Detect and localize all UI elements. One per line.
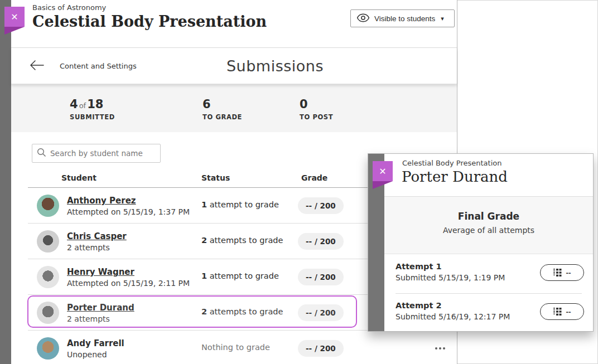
status-cell: Nothing to grade (201, 343, 270, 352)
stat-submitted: 4of18 SUBMITTED (70, 98, 115, 121)
back-label[interactable]: Content and Settings (60, 62, 137, 70)
attempt-grade-button[interactable]: -- (540, 303, 584, 320)
student-panel-title: Porter Durand (402, 168, 508, 185)
chevron-down-icon: ▾ (441, 15, 444, 22)
grade-pill[interactable]: -- / 200 (298, 269, 344, 285)
attempts-list: Attempt 1 Submitted 5/15/19, 1:19 PM -- … (384, 254, 593, 331)
student-link[interactable]: Anthony Perez (67, 196, 136, 206)
student-detail: Attempted on 5/15/19, 2:11 PM (67, 279, 190, 288)
column-header-grade: Grade (301, 173, 327, 182)
attempt-submitted: Submitted 5/16/19, 12:17 PM (396, 312, 510, 321)
avatar (37, 302, 59, 324)
divider (396, 293, 582, 294)
close-student-panel-button[interactable]: ✕ (373, 161, 393, 181)
attempt-submitted: Submitted 5/15/19, 1:19 PM (396, 273, 505, 282)
to-post-label: TO POST (300, 113, 333, 121)
status-cell: 2 attempts to grade (201, 236, 283, 245)
panel-header: Basics of Astronomy Celestial Body Prese… (11, 0, 457, 48)
submitted-total: 18 (87, 98, 103, 111)
final-grade-title: Final Grade (384, 211, 593, 222)
submissions-title: Submissions (226, 57, 324, 75)
screen: Basics of Astronomy Celestial Body Prese… (0, 0, 598, 364)
column-header-student: Student (61, 173, 97, 182)
attempt-grade-button[interactable]: -- (540, 264, 584, 281)
final-grade-subtitle: Average of all attempts (384, 226, 593, 235)
visibility-dropdown[interactable]: Visible to students ▾ (350, 9, 455, 27)
page-title: Celestial Body Presentation (32, 13, 267, 30)
grade-pill[interactable]: -- / 200 (298, 233, 344, 250)
eye-icon (356, 13, 370, 24)
attempt-grade-value: -- (566, 269, 571, 277)
student-detail: Unopened (67, 350, 124, 359)
student-name: Andy Farrell (67, 338, 124, 348)
attempt-item[interactable]: Attempt 2 Submitted 5/16/19, 12:17 PM -- (384, 293, 593, 332)
attempt-label: Attempt 2 (396, 301, 441, 310)
search-input[interactable] (50, 149, 156, 158)
status-cell: 2 attempts to grade (201, 307, 283, 316)
stats-bar: 4of18 SUBMITTED 6 TO GRADE 0 TO POST (11, 84, 457, 132)
student-detail: 2 attempts (67, 314, 134, 323)
avatar (37, 230, 59, 253)
avatar (37, 337, 59, 360)
student-detail: 2 attempts (67, 243, 127, 252)
student-link[interactable]: Chris Casper (67, 231, 127, 241)
avatar (37, 195, 59, 217)
visibility-label: Visible to students (374, 14, 435, 23)
search-icon (37, 148, 46, 159)
grade-pill[interactable]: -- / 200 (298, 304, 344, 321)
student-link[interactable]: Porter Durand (67, 303, 134, 313)
avatar (37, 266, 59, 288)
final-grade-section: Final Grade Average of all attempts (384, 197, 593, 254)
student-panel-header: Celestial Body Presentation Porter Duran… (384, 154, 593, 197)
stat-to-post: 0 TO POST (300, 98, 333, 121)
rubric-icon (553, 307, 562, 317)
attempt-grade-value: -- (566, 308, 571, 316)
student-search[interactable] (32, 144, 161, 163)
to-grade-count: 6 (202, 98, 242, 111)
sub-header: Content and Settings Submissions (11, 48, 457, 84)
to-post-count: 0 (300, 98, 333, 111)
submitted-count: 4 (70, 98, 78, 111)
arrow-left-icon (29, 63, 45, 74)
close-icon: ✕ (379, 166, 386, 177)
grade-pill[interactable]: -- / 200 (298, 340, 344, 357)
background-layer-strip (0, 0, 11, 364)
grade-pill[interactable]: -- / 200 (298, 197, 344, 214)
rubric-icon (553, 268, 562, 278)
table-row[interactable]: Andy Farrell Unopened Nothing to grade -… (28, 331, 442, 364)
row-menu-icon[interactable] (433, 345, 447, 352)
status-cell: 1 attempt to grade (201, 200, 279, 209)
column-header-status: Status (201, 173, 230, 182)
back-button[interactable] (29, 59, 45, 74)
submitted-label: SUBMITTED (70, 113, 115, 121)
close-icon: ✕ (11, 12, 18, 22)
to-grade-label: TO GRADE (202, 113, 242, 121)
attempt-label: Attempt 1 (396, 262, 441, 271)
stat-to-grade: 6 TO GRADE (202, 98, 242, 121)
assignment-context-title: Celestial Body Presentation (402, 159, 501, 167)
student-detail-panel: ✕ Celestial Body Presentation Porter Dur… (368, 153, 594, 332)
close-panel-button[interactable]: ✕ (4, 7, 25, 27)
student-link[interactable]: Henry Wagner (67, 267, 134, 277)
status-cell: 1 attempt to grade (201, 271, 279, 280)
attempt-item[interactable]: Attempt 1 Submitted 5/15/19, 1:19 PM -- (384, 254, 593, 293)
course-title: Basics of Astronomy (32, 3, 106, 12)
student-detail: Attempted on 5/15/19, 1:37 PM (67, 207, 190, 216)
